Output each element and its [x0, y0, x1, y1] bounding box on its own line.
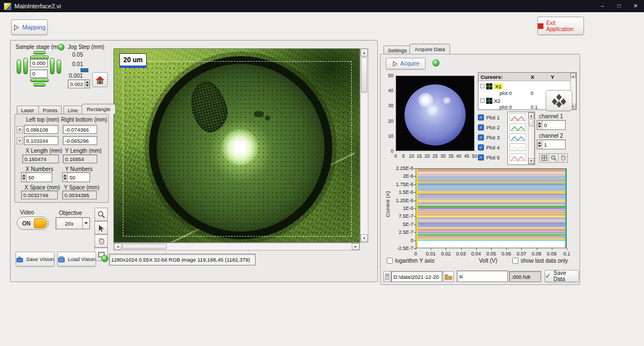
- iv-cursor-x2-line[interactable]: [565, 169, 567, 248]
- filename-field[interactable]: si: [457, 270, 508, 282]
- close-button[interactable]: ✕: [627, 0, 644, 12]
- save-data-button[interactable]: ✓ Save Data: [545, 270, 579, 282]
- y-numbers-field[interactable]: 50: [62, 172, 90, 182]
- jog-option-005[interactable]: 0.05: [72, 52, 83, 58]
- plot-row[interactable]: ✓Plot 1: [478, 113, 507, 122]
- save-vision-button[interactable]: Save Vision: [16, 252, 54, 267]
- cursor-tool-button[interactable]: [94, 221, 108, 234]
- plot-label: Plot 1: [486, 114, 500, 121]
- image-vertical-scrollbar[interactable]: ▲ ▼: [360, 48, 368, 243]
- plot-checkbox[interactable]: ✓: [478, 144, 484, 151]
- iv-ytick-mark: [414, 168, 416, 169]
- iv-plot-area[interactable]: [416, 168, 567, 248]
- jog-step-slider-thumb[interactable]: [81, 68, 88, 72]
- iv-xtick-mark: [521, 248, 522, 250]
- image-horizontal-scrollbar[interactable]: ◄ ►: [113, 243, 360, 250]
- jog-right-button[interactable]: [50, 58, 54, 74]
- jog-down-button[interactable]: [30, 78, 49, 82]
- plot-checkbox[interactable]: ✓: [478, 114, 484, 121]
- objective-dropdown[interactable]: 20x: [56, 217, 90, 229]
- tab-line[interactable]: Line: [63, 106, 82, 114]
- plot-style-icon[interactable]: [510, 153, 526, 161]
- tab-points[interactable]: Points: [38, 106, 62, 114]
- iv-xtick: 0: [409, 251, 422, 257]
- browse-folder-button[interactable]: [443, 271, 454, 282]
- plot-style-icon[interactable]: [510, 133, 526, 141]
- maximize-button[interactable]: □: [611, 0, 627, 12]
- jog-left-fast-button[interactable]: [17, 59, 21, 74]
- stage-x-field[interactable]: 0.000: [30, 59, 48, 67]
- plot-row[interactable]: ✓Plot 3: [478, 133, 507, 142]
- tab-laser[interactable]: Laser: [17, 106, 39, 114]
- home-button[interactable]: [92, 72, 108, 87]
- plot-legend-scrollbar[interactable]: ▲ ▼: [528, 112, 535, 164]
- plot-legend-list: ▲ ▼: [507, 112, 535, 165]
- scale-bar: 20 um: [119, 53, 147, 68]
- tab-rectangle[interactable]: Rectangle: [82, 104, 116, 114]
- x-row-label: X: [17, 126, 23, 133]
- jog-option-0001[interactable]: 0.001: [69, 73, 83, 79]
- graph-crosshair-button[interactable]: [540, 154, 549, 162]
- graph-pan-button[interactable]: [558, 154, 567, 162]
- cursor-row-x1[interactable]: X1: [480, 83, 569, 89]
- x-space-label: X Space (mm): [24, 184, 60, 190]
- intensity-ytick: 30: [383, 103, 393, 108]
- left-top-y-field[interactable]: 0.103244: [24, 136, 58, 145]
- tab-acquire-data[interactable]: Acquire Data: [410, 44, 450, 54]
- jog-option-001[interactable]: 0.01: [72, 61, 83, 67]
- plot-row[interactable]: ✓Plot 2: [478, 123, 507, 132]
- jog-step-spinner[interactable]: [84, 80, 89, 88]
- jog-left-button[interactable]: [23, 58, 28, 74]
- x-numbers-spinner[interactable]: [22, 173, 27, 182]
- stage-y-field[interactable]: 0: [30, 69, 48, 78]
- plot-style-icon[interactable]: [510, 143, 526, 151]
- tab-settings[interactable]: Settings: [383, 46, 411, 54]
- right-bottom-y-field[interactable]: -0.065296: [63, 136, 97, 145]
- intensity-graph[interactable]: 0102030405005101520253035404550: [383, 72, 478, 162]
- minimize-button[interactable]: –: [594, 0, 611, 12]
- plot-checkbox[interactable]: ✓: [478, 124, 484, 131]
- plot-checkbox[interactable]: ✓: [478, 134, 484, 141]
- data-path-field[interactable]: D:\data\2021-12-20: [391, 271, 442, 282]
- iv-cursor-x1-line[interactable]: [416, 169, 418, 248]
- channel1-spinner[interactable]: [537, 121, 542, 129]
- pan-tool-button[interactable]: [94, 234, 108, 248]
- mapping-button[interactable]: Mapping: [11, 19, 48, 35]
- y-row-label: Y: [17, 137, 23, 144]
- jog-down-fast-button[interactable]: [33, 83, 46, 87]
- channel1-field[interactable]: 0: [537, 120, 566, 130]
- jog-right-fast-button[interactable]: [57, 59, 61, 74]
- jog-up-fast-button[interactable]: [33, 51, 46, 54]
- microscope-image[interactable]: 20 um: [113, 48, 360, 243]
- plot-row[interactable]: ✓Plot 5: [478, 153, 507, 162]
- left-top-x-field[interactable]: 0.086108: [24, 125, 58, 134]
- show-last-checkbox[interactable]: [512, 258, 518, 264]
- channel2-field[interactable]: 1: [537, 139, 566, 149]
- intensity-graph-plot[interactable]: [396, 76, 475, 151]
- window-title: MainInterface2.vi: [14, 3, 61, 9]
- plot-label: Plot 2: [486, 124, 500, 131]
- jog-step-value-field[interactable]: 0.002: [68, 79, 90, 88]
- log-y-checkbox[interactable]: [387, 258, 393, 264]
- exit-application-button[interactable]: Exit Application: [537, 17, 584, 35]
- cursor-mover-button[interactable]: [546, 90, 572, 111]
- iv-chart[interactable]: Current (A) 2.25E-62E-61.75E-61.5E-61.25…: [383, 164, 580, 260]
- channel2-spinner[interactable]: [537, 140, 542, 149]
- intensity-ytick: 20: [383, 118, 393, 124]
- plot-style-icon[interactable]: [510, 123, 526, 131]
- right-bottom-x-field[interactable]: -0.074366: [63, 125, 97, 134]
- path-type-icon: [383, 271, 391, 282]
- x-numbers-field[interactable]: 50: [21, 172, 52, 182]
- plot-style-icon[interactable]: [510, 113, 526, 121]
- plot-row[interactable]: ✓Plot 4: [478, 143, 507, 152]
- y-numbers-spinner[interactable]: [63, 173, 68, 182]
- load-vision-button[interactable]: Load Vision: [57, 252, 96, 267]
- main-window: MainInterface2.vi – □ ✕ Mapping Exit App…: [0, 0, 644, 346]
- plot-checkbox[interactable]: ✓: [478, 154, 484, 161]
- mapping-button-label: Mapping: [22, 24, 46, 31]
- graph-zoom-button[interactable]: [549, 154, 558, 162]
- acquire-button[interactable]: Acquire: [386, 58, 426, 69]
- zoom-tool-button[interactable]: [94, 208, 108, 221]
- video-toggle[interactable]: ON: [17, 217, 49, 230]
- iv-ytick: 0: [383, 238, 413, 243]
